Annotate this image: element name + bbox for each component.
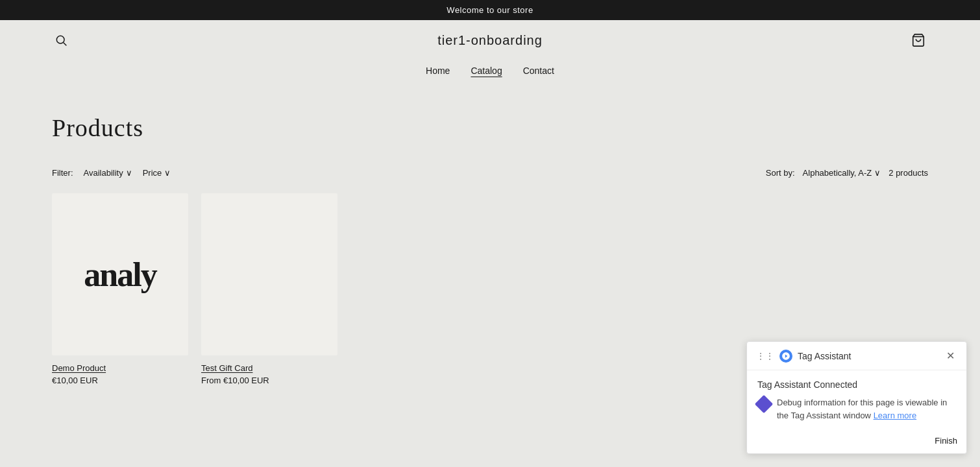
store-name[interactable]: tier1-onboarding [437, 33, 543, 48]
sort-label: Sort by: [766, 168, 795, 178]
sort-button[interactable]: Alphabetically, A-Z ∨ [803, 168, 881, 178]
sort-chevron-icon: ∨ [874, 168, 881, 178]
announcement-text: Welcome to our store [447, 5, 533, 15]
announcement-bar: Welcome to our store [0, 0, 980, 20]
tag-assistant-footer: Finish [747, 431, 966, 453]
cart-button[interactable] [909, 30, 928, 50]
tag-assistant-title-row: ⋮⋮ Tag Assistant [756, 350, 851, 363]
filter-left: Filter: Availability ∨ Price ∨ [52, 168, 171, 178]
tag-assistant-info: Debug information for this page is viewa… [757, 396, 956, 422]
close-icon: ✕ [946, 350, 955, 361]
learn-more-link[interactable]: Learn more [874, 411, 916, 420]
drag-handle-icon[interactable]: ⋮⋮ [756, 351, 774, 361]
tag-assistant-description: Debug information for this page is viewa… [777, 398, 947, 420]
search-icon [55, 34, 67, 47]
products-count: 2 products [888, 168, 928, 178]
main-nav: Home Catalog Contact [0, 60, 980, 88]
page-title: Products [52, 114, 928, 142]
tag-assistant-close-button[interactable]: ✕ [944, 348, 957, 363]
product-image-empty-giftcard [201, 193, 337, 355]
tag-assistant-header: ⋮⋮ Tag Assistant ✕ [747, 342, 966, 370]
product-name-giftcard[interactable]: Test Gift Card [201, 363, 337, 373]
price-chevron-icon: ∨ [164, 168, 171, 178]
tag-assistant-body: Tag Assistant Connected Debug informatio… [747, 370, 966, 431]
search-button[interactable] [52, 31, 70, 49]
product-price-demo: €10,00 EUR [52, 376, 188, 385]
availability-chevron-icon: ∨ [126, 168, 132, 178]
filter-bar: Filter: Availability ∨ Price ∨ Sort by: … [52, 168, 928, 178]
product-card-giftcard[interactable]: Test Gift Card From €10,00 EUR [201, 193, 337, 385]
product-image-text-demo: analy [84, 256, 156, 294]
product-price-giftcard: From €10,00 EUR [201, 376, 337, 385]
tag-assistant-title-text: Tag Assistant [798, 351, 851, 361]
filter-right: Sort by: Alphabetically, A-Z ∨ 2 product… [766, 168, 928, 178]
header-left [52, 31, 70, 49]
product-name-demo[interactable]: Demo Product [52, 363, 188, 373]
nav-contact[interactable]: Contact [523, 66, 554, 77]
sort-value: Alphabetically, A-Z [803, 168, 872, 178]
tag-diamond-icon [755, 395, 773, 413]
price-filter-button[interactable]: Price ∨ [143, 168, 171, 178]
svg-line-1 [64, 43, 67, 46]
header-right [909, 30, 928, 50]
finish-button[interactable]: Finish [935, 436, 957, 446]
svg-point-0 [56, 36, 64, 43]
nav-home[interactable]: Home [426, 66, 450, 77]
tag-assistant-panel: ⋮⋮ Tag Assistant ✕ Tag Assistant Connect… [746, 341, 967, 454]
cart-icon [911, 33, 925, 47]
product-card-demo[interactable]: analy Demo Product €10,00 EUR [52, 193, 188, 385]
availability-filter-label: Availability [84, 168, 123, 178]
filter-label: Filter: [52, 168, 73, 178]
nav-catalog[interactable]: Catalog [471, 66, 502, 77]
availability-filter-button[interactable]: Availability ∨ [84, 168, 132, 178]
tag-assistant-logo-icon [779, 350, 792, 363]
tag-assistant-connected-label: Tag Assistant Connected [757, 379, 956, 390]
price-filter-label: Price [143, 168, 162, 178]
product-image-giftcard [201, 193, 337, 355]
header: tier1-onboarding [0, 20, 980, 60]
tag-assistant-info-text: Debug information for this page is viewa… [777, 396, 956, 422]
product-image-demo: analy [52, 193, 188, 355]
